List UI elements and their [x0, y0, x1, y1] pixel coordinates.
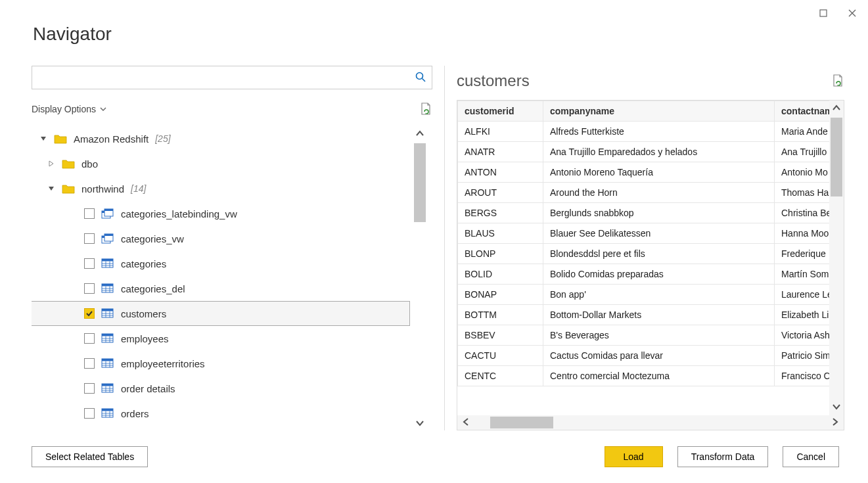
search-box[interactable]: [32, 66, 432, 89]
svg-rect-9: [104, 234, 113, 236]
scroll-thumb[interactable]: [831, 118, 842, 196]
tree-item-orders[interactable]: orders: [32, 401, 410, 426]
tree-item-categories_vw[interactable]: categories_vw: [32, 226, 410, 251]
table-row[interactable]: BLONPBlondesddsl pere et filsFrederique: [458, 244, 844, 264]
column-header[interactable]: customerid: [458, 101, 543, 122]
refresh-preview-icon[interactable]: [831, 76, 844, 86]
table-row[interactable]: CACTUCactus Comidas para llevarPatricio …: [458, 346, 844, 366]
checkbox[interactable]: [84, 408, 95, 419]
close-button[interactable]: [846, 7, 859, 20]
folder-icon: [62, 158, 75, 169]
tree-item-label: categories_latebinding_vw: [121, 208, 237, 219]
load-button[interactable]: Load: [605, 446, 663, 467]
column-header[interactable]: companyname: [543, 101, 775, 122]
tree-root-amazon-redshift[interactable]: Amazon Redshift [25]: [32, 126, 410, 151]
scroll-left-icon[interactable]: [461, 417, 470, 428]
tree-root-label: Amazon Redshift: [74, 133, 148, 145]
table-cell: Blondesddsl pere et fils: [543, 244, 775, 264]
tree-item-categories_latebinding_vw[interactable]: categories_latebinding_vw: [32, 201, 410, 226]
search-input[interactable]: [39, 72, 415, 83]
table-row[interactable]: CENTCCentro comercial MoctezumaFrancisco…: [458, 366, 844, 386]
search-icon[interactable]: [415, 71, 426, 85]
checkbox[interactable]: [84, 258, 95, 269]
scroll-thumb[interactable]: [414, 143, 426, 222]
tree-item-label: categories_del: [121, 283, 185, 294]
tree-schema-northwind[interactable]: northwind [14]: [32, 176, 410, 201]
scroll-up-icon[interactable]: [829, 101, 844, 115]
page-title: Navigator: [33, 24, 112, 45]
table-row[interactable]: ANATRAna Trujillo Emparedados y heladosA…: [458, 142, 844, 162]
checkbox[interactable]: [84, 333, 95, 344]
checkbox[interactable]: [84, 208, 95, 219]
table-row[interactable]: AROUTAround the HornThomas Har: [458, 183, 844, 203]
svg-point-1: [417, 72, 423, 79]
maximize-button[interactable]: [817, 7, 830, 20]
table-cell: ALFKI: [458, 122, 543, 142]
tree-schema-label: northwind: [81, 183, 124, 195]
table-cell: AROUT: [458, 183, 543, 203]
tree-item-customers[interactable]: customers: [32, 301, 410, 326]
cancel-button[interactable]: Cancel: [783, 446, 839, 467]
checkbox[interactable]: [84, 308, 95, 319]
checkbox[interactable]: [84, 358, 95, 369]
table-cell: Antonio Moreno Taquería: [543, 162, 775, 183]
tree-item-employees[interactable]: employees: [32, 326, 410, 351]
navigator-dialog: Navigator Display Options: [0, 0, 868, 483]
tree-item-label: orders: [121, 408, 149, 419]
table-row[interactable]: ANTONAntonio Moreno TaqueríaAntonio Mo: [458, 162, 844, 183]
table-cell: Ana Trujillo Emparedados y helados: [543, 142, 775, 162]
table-icon: [101, 283, 114, 294]
scroll-down-icon[interactable]: [413, 416, 427, 430]
table-row[interactable]: BERGSBerglunds snabbkopChristina Be: [458, 203, 844, 223]
refresh-schema-icon[interactable]: [419, 104, 432, 114]
tree-items: categories_latebinding_vw categories_vw …: [32, 201, 410, 426]
tree-item-employeeterritories[interactable]: employeeterritories: [32, 351, 410, 376]
table-row[interactable]: BONAPBon app'Laurence Le: [458, 285, 844, 305]
transform-data-button[interactable]: Transform Data: [677, 446, 769, 467]
tree-item-categories[interactable]: categories: [32, 251, 410, 276]
preview-table: customerid companyname contactname ALFKI…: [457, 101, 844, 386]
table-cell: Around the Horn: [543, 183, 775, 203]
checkbox[interactable]: [84, 283, 95, 294]
view-icon: [101, 208, 114, 219]
checkbox[interactable]: [84, 383, 95, 394]
table-header-row: customerid companyname contactname: [458, 101, 844, 122]
tree-schema-dbo[interactable]: dbo: [32, 151, 410, 176]
chevron-down-icon: [100, 104, 106, 114]
collapse-icon[interactable]: [47, 185, 55, 193]
tree-container: Amazon Redshift [25] dbo: [32, 126, 432, 430]
scroll-down-icon[interactable]: [829, 400, 844, 414]
scroll-up-icon[interactable]: [413, 126, 427, 141]
preview-vertical-scrollbar[interactable]: [829, 101, 844, 415]
table-row[interactable]: BOLIDBolido Comidas preparadasMartín Som: [458, 264, 844, 285]
folder-icon: [54, 133, 67, 144]
folder-icon: [62, 183, 75, 194]
tree-item-categories_del[interactable]: categories_del: [32, 276, 410, 301]
preview-horizontal-scrollbar[interactable]: [457, 415, 844, 430]
scroll-thumb[interactable]: [490, 417, 553, 428]
body-area: Display Options: [32, 66, 844, 430]
table-icon: [101, 333, 114, 344]
table-icon: [101, 308, 114, 319]
select-related-tables-button[interactable]: Select Related Tables: [32, 446, 148, 467]
table-row[interactable]: ALFKIAlfreds FutterkisteMaria Ande: [458, 122, 844, 142]
table-cell: BLONP: [458, 244, 543, 264]
tree-item-order-details[interactable]: order details: [32, 376, 410, 401]
tree-item-label: order details: [121, 383, 175, 394]
table-icon: [101, 408, 114, 419]
display-options-dropdown[interactable]: Display Options: [32, 104, 106, 114]
checkbox[interactable]: [84, 233, 95, 244]
tree-scrollbar[interactable]: [413, 126, 427, 430]
table-cell: Berglunds snabbkop: [543, 203, 775, 223]
table-row[interactable]: BOTTMBottom-Dollar MarketsElizabeth Li: [458, 305, 844, 325]
collapse-icon[interactable]: [39, 135, 47, 143]
scroll-right-icon[interactable]: [831, 417, 840, 428]
table-cell: Blauer See Delikatessen: [543, 223, 775, 244]
table-icon: [101, 258, 114, 269]
svg-rect-23: [102, 409, 113, 411]
expand-icon[interactable]: [47, 160, 55, 168]
svg-rect-17: [102, 334, 113, 336]
table-row[interactable]: BLAUSBlauer See DelikatessenHanna Moo: [458, 223, 844, 244]
table-cell: Bottom-Dollar Markets: [543, 305, 775, 325]
table-row[interactable]: BSBEVB's BeveragesVictoria Ash: [458, 325, 844, 346]
